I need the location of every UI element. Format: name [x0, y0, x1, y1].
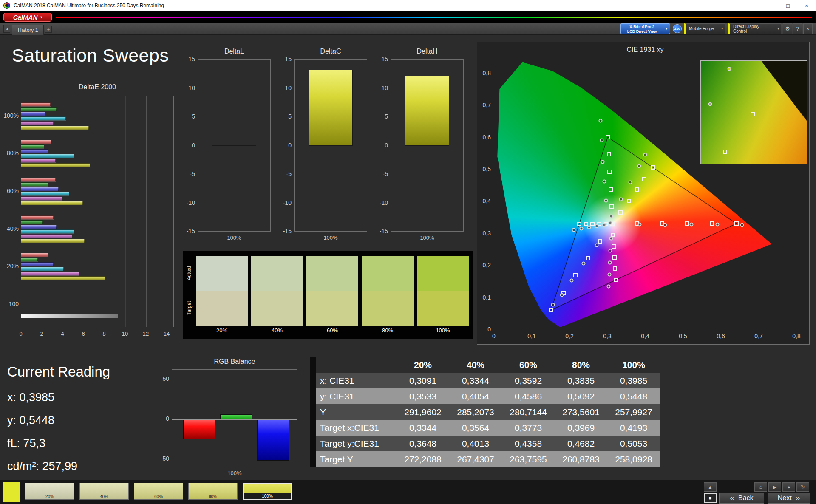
- patch-thumbnail[interactable]: 80%: [188, 483, 238, 500]
- swatch-row-label: Actual: [186, 260, 192, 286]
- calman-window: CalMAN 2018 CalMAN Ultimate for Business…: [0, 0, 816, 504]
- patch-thumbnail[interactable]: 20%: [25, 483, 74, 500]
- cie-target-point: [584, 222, 588, 226]
- stop-button[interactable]: ■: [704, 493, 717, 503]
- table-value: 0,3773: [502, 420, 555, 436]
- cie-measured-point: [599, 119, 603, 123]
- delta-bar: [309, 70, 353, 146]
- close-button[interactable]: ×: [797, 0, 816, 11]
- deltae-bar: [21, 107, 57, 111]
- patch-thumbnail-label: 60%: [134, 494, 183, 499]
- patch-thumbnail[interactable]: 100%: [243, 483, 292, 500]
- cie-measured-point: [608, 261, 612, 265]
- cie-measured-point: [582, 261, 586, 265]
- calman-logo-text: CalMAN: [13, 14, 38, 21]
- deltae-bar: [21, 276, 105, 280]
- table-row-strip: [310, 420, 316, 436]
- delta-y-tick: -15: [275, 228, 292, 235]
- window-controls: — □ ×: [760, 0, 816, 11]
- deltae-x-tick: 6: [82, 331, 85, 337]
- table-value: 0,3648: [397, 436, 449, 451]
- delta-zero-line: [198, 146, 270, 146]
- cie-y-tick: 0,4: [479, 198, 491, 204]
- deltae-x-tick: 10: [122, 331, 128, 337]
- cie-target-point: [627, 199, 631, 203]
- deltae-y-label: 60%: [1, 187, 19, 194]
- home-button[interactable]: ⌂: [754, 482, 767, 492]
- cie-y-tick: 0,1: [479, 294, 491, 301]
- display-control-button[interactable]: Direct Display Control ▾: [728, 23, 781, 34]
- deltae-y-label: 20%: [1, 263, 19, 269]
- meter-name: X-Rite i1Pro 2: [629, 25, 654, 29]
- delta-x-label: 100%: [391, 235, 464, 241]
- add-tab-button[interactable]: +: [45, 26, 52, 33]
- source-select-button[interactable]: Mobile Forge ▾: [684, 23, 725, 34]
- table-value: 0,3969: [555, 420, 607, 436]
- swatch-column-label: 20%: [196, 327, 248, 334]
- deltae-x-tick: 12: [143, 331, 149, 337]
- maximize-button[interactable]: □: [779, 0, 797, 11]
- table-value: 272,2088: [397, 451, 449, 467]
- swatch-row-label: Target: [186, 295, 192, 321]
- delta-y-tick: -5: [275, 170, 292, 177]
- workspace-close-button[interactable]: ×: [803, 23, 813, 34]
- deltae-bar: [21, 149, 48, 153]
- tab-bar: ◂ History 1 + X-Rite i1Pro 2 LCD Direct …: [0, 23, 816, 35]
- cie-zoom-inset: [700, 60, 807, 164]
- meter-status-badge: 210: [673, 24, 682, 33]
- refresh-button[interactable]: ↻: [796, 482, 809, 492]
- deltae-bar: [21, 121, 54, 125]
- cie-y-tick: 0,2: [479, 262, 491, 269]
- delta-y-tick: -10: [275, 199, 292, 206]
- record-button[interactable]: ●: [782, 482, 795, 492]
- tab-history-1[interactable]: History 1: [12, 25, 44, 35]
- actual-swatch: [306, 256, 358, 291]
- patch-thumbnail-label: 100%: [244, 493, 291, 499]
- cie-inset-marker: [708, 102, 712, 106]
- delta-y-tick: 10: [275, 85, 292, 91]
- calman-menu-button[interactable]: CalMAN ▾: [3, 13, 52, 22]
- cie-target-point: [612, 244, 616, 249]
- app-icon: [3, 2, 10, 9]
- deltae-x-tick: 8: [102, 331, 105, 337]
- next-button[interactable]: Next »: [768, 493, 810, 504]
- meter-select-button[interactable]: X-Rite i1Pro 2 LCD Direct View: [620, 23, 663, 34]
- deltae-gridline: [167, 96, 167, 327]
- chevron-right-icon: »: [796, 493, 800, 503]
- delta-chart-title: DeltaH: [391, 48, 464, 55]
- table-value: 0,4682: [555, 436, 607, 451]
- tab-nav-button[interactable]: ◂: [3, 25, 10, 33]
- eject-button[interactable]: ▲: [704, 482, 717, 492]
- deltae-bar: [21, 116, 66, 121]
- table-row-strip: [310, 436, 316, 451]
- deltae-bar: [21, 272, 79, 276]
- help-button[interactable]: ?: [793, 23, 802, 34]
- delta-y-tick: -10: [371, 199, 388, 206]
- delta-y-tick: 15: [371, 56, 388, 62]
- cie-measured-point: [663, 223, 667, 227]
- reading-line: fL: 75,3: [7, 437, 110, 450]
- settings-gear-button[interactable]: ⚙: [783, 23, 792, 34]
- meter-dropdown-button[interactable]: ▾: [663, 23, 670, 34]
- patch-thumbnail[interactable]: 40%: [79, 483, 129, 500]
- table-value: 291,9602: [397, 404, 449, 420]
- delta-zero-line: [295, 146, 367, 146]
- rainbow-gradient-bar: [56, 17, 812, 18]
- table-value: 0,3344: [449, 373, 502, 388]
- patch-thumbnail[interactable]: 60%: [134, 483, 183, 500]
- cie-measured-point: [601, 160, 605, 164]
- table-value: 0,3985: [607, 373, 660, 388]
- cie-target-point: [613, 266, 617, 271]
- cie-measured-point: [604, 198, 608, 202]
- back-button[interactable]: « Back: [719, 493, 764, 504]
- minimize-button[interactable]: —: [760, 0, 779, 11]
- delta-y-tick: 5: [275, 113, 292, 120]
- play-button[interactable]: ▶: [768, 482, 781, 492]
- target-swatch: [417, 291, 469, 326]
- cie-target-point: [590, 222, 595, 226]
- deltae-y-label: 100: [1, 300, 19, 307]
- swatch-column-label: 100%: [417, 327, 469, 334]
- table-column-header: 40%: [449, 357, 502, 373]
- delta-y-tick: 5: [371, 113, 388, 120]
- table-value: 0,3564: [449, 420, 502, 436]
